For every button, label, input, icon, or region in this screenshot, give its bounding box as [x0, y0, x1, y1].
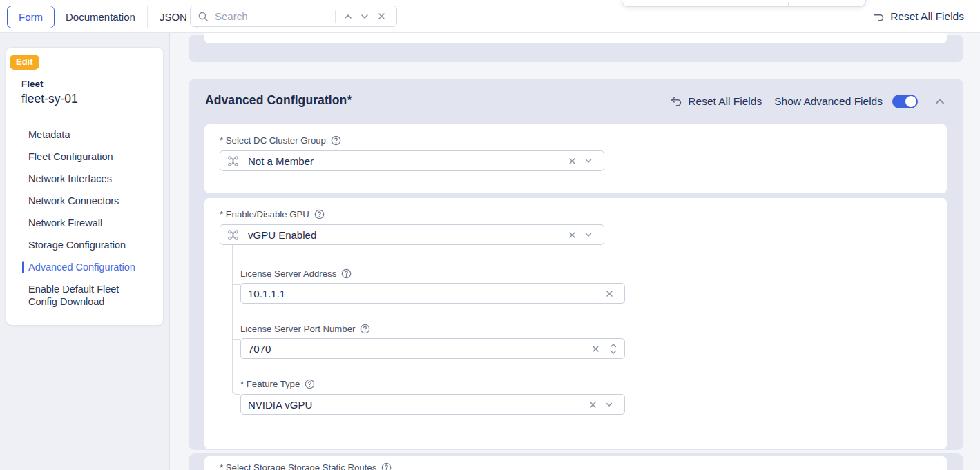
section-title-text: Advanced Configuration — [205, 93, 347, 107]
sidebar-item-label: Metadata — [28, 129, 70, 140]
search-placeholder: Search — [215, 10, 331, 22]
help-icon[interactable] — [360, 324, 370, 334]
section-nav: Metadata Fleet Configuration Network Int… — [6, 124, 163, 313]
search-close-icon[interactable] — [373, 8, 390, 25]
license-server-port-input[interactable]: 7070 — [240, 338, 625, 359]
license-server-port-label: License Server Port Number — [240, 324, 370, 334]
entity-name: fleet-sy-01 — [21, 92, 78, 106]
sidebar-item-metadata[interactable]: Metadata — [6, 124, 163, 146]
clear-icon[interactable] — [601, 285, 617, 302]
stepper-down-icon — [609, 349, 617, 355]
reset-icon — [872, 11, 885, 22]
cluster-icon — [227, 155, 239, 167]
cutoff-popup — [622, 0, 866, 7]
sidebar-divider — [6, 115, 163, 115]
search-prev-icon[interactable] — [340, 8, 356, 25]
fleet-summary-card: Edit Fleet fleet-sy-01 Metadata Fleet Co… — [6, 47, 164, 326]
storage-static-routes-label: * Select Storage Storage Static Routes — [220, 462, 392, 470]
tree-connector-stub — [232, 284, 240, 285]
label-text: * Enable/Disable GPU — [220, 209, 309, 219]
sidebar-item-network-firewall[interactable]: Network Firewall — [6, 212, 163, 234]
show-advanced-fields-label: Show Advanced Fields — [774, 95, 883, 108]
dc-cluster-group-value: Not a Member — [248, 155, 314, 167]
section-header-actions: Reset All Fields Show Advanced Fields — [670, 79, 948, 124]
label-text: License Server Address — [240, 268, 336, 279]
collapse-section-icon[interactable] — [932, 93, 948, 110]
search-input[interactable]: Search — [190, 6, 397, 27]
show-advanced-fields-control: Show Advanced Fields — [774, 95, 918, 108]
gpu-label: * Enable/Disable GPU — [220, 209, 325, 219]
advanced-configuration-card: Advanced Configuration* Reset All Fields… — [189, 79, 963, 450]
show-advanced-fields-toggle[interactable] — [892, 95, 918, 108]
toggle-knob — [905, 96, 916, 107]
reset-icon — [670, 96, 682, 107]
help-icon[interactable] — [314, 209, 325, 219]
tab-form-label: Form — [19, 11, 43, 23]
sidebar-item-network-connectors[interactable]: Network Connectors — [6, 190, 163, 212]
help-icon[interactable] — [381, 462, 392, 470]
label-text: License Server Port Number — [240, 324, 355, 334]
sidebar-item-label: Network Firewall — [28, 217, 102, 228]
section-title: Advanced Configuration* — [205, 93, 352, 108]
active-indicator-bar — [22, 261, 24, 273]
chevron-down-icon[interactable] — [601, 396, 617, 413]
gpu-value: vGPU Enabled — [248, 229, 316, 241]
dc-cluster-group-select[interactable]: Not a Member — [220, 150, 604, 171]
chevron-down-icon[interactable] — [580, 153, 597, 169]
clear-icon[interactable] — [584, 396, 601, 413]
left-column: Edit Fleet fleet-sy-01 Metadata Fleet Co… — [0, 33, 170, 470]
entity-type-label: Fleet — [21, 79, 44, 89]
license-server-port-value: 7070 — [248, 343, 271, 355]
license-server-address-label: License Server Address — [240, 268, 352, 279]
storage-static-routes-card: * Select Storage Storage Static Routes — [189, 453, 963, 470]
sidebar-item-enable-default-fleet-config-download[interactable]: Enable Default Fleet Config Download — [6, 278, 144, 313]
section-required-mark: * — [347, 93, 352, 107]
sidebar-item-label: Enable Default Fleet Config Download — [28, 284, 119, 307]
sidebar-item-label: Fleet Configuration — [28, 151, 113, 162]
help-icon[interactable] — [331, 135, 341, 146]
label-text: * Feature Type — [240, 379, 300, 389]
tab-documentation-label: Documentation — [66, 11, 135, 23]
reset-all-fields-label: Reset All Fields — [688, 95, 762, 108]
search-icon — [198, 11, 209, 22]
help-icon[interactable] — [341, 268, 352, 279]
search-divider — [335, 10, 336, 23]
sidebar-item-network-interfaces[interactable]: Network Interfaces — [6, 168, 163, 190]
feature-type-select[interactable]: NVIDIA vGPU — [240, 394, 625, 415]
feature-type-value: NVIDIA vGPU — [248, 399, 312, 411]
clear-icon[interactable] — [564, 153, 580, 169]
label-text: * Select Storage Storage Static Routes — [220, 462, 376, 470]
reset-all-fields-top-label: Reset All Fields — [890, 10, 964, 23]
reset-all-fields-button[interactable]: Reset All Fields — [670, 95, 762, 108]
dc-cluster-group-label: * Select DC Cluster Group — [220, 135, 341, 146]
help-icon[interactable] — [305, 379, 315, 389]
label-text: * Select DC Cluster Group — [220, 135, 326, 146]
number-stepper[interactable] — [609, 343, 617, 355]
gpu-select[interactable]: vGPU Enabled — [220, 224, 604, 245]
feature-type-label: * Feature Type — [240, 379, 315, 389]
clear-icon[interactable] — [587, 340, 604, 357]
license-server-address-value: 10.1.1.1 — [248, 288, 285, 300]
tree-connector-stub — [232, 339, 240, 340]
edit-badge: Edit — [10, 55, 39, 70]
sidebar-item-label: Network Interfaces — [28, 173, 112, 184]
popup-divider — [788, 2, 789, 7]
sidebar-item-label: Storage Configuration — [28, 239, 126, 251]
cluster-icon — [227, 229, 239, 241]
top-bar: Form Documentation JSON Search — [0, 0, 980, 33]
sidebar-item-label: Network Connectors — [28, 195, 119, 206]
search-next-icon[interactable] — [356, 8, 373, 25]
sidebar-item-advanced-configuration[interactable]: Advanced Configuration — [6, 256, 163, 278]
tab-documentation[interactable]: Documentation — [54, 6, 148, 28]
reset-all-fields-top-button[interactable]: Reset All Fields — [872, 0, 964, 33]
tree-connector-vertical — [232, 245, 233, 393]
chevron-down-icon[interactable] — [580, 226, 597, 243]
license-server-address-input[interactable]: 10.1.1.1 — [240, 283, 625, 304]
tab-json-label: JSON — [160, 11, 187, 23]
sidebar-item-fleet-configuration[interactable]: Fleet Configuration — [6, 146, 163, 168]
tab-form[interactable]: Form — [7, 6, 55, 28]
stepper-up-icon — [609, 343, 617, 349]
tree-connector-corner — [232, 388, 240, 395]
sidebar-item-storage-configuration[interactable]: Storage Configuration — [6, 234, 163, 256]
clear-icon[interactable] — [564, 226, 580, 243]
